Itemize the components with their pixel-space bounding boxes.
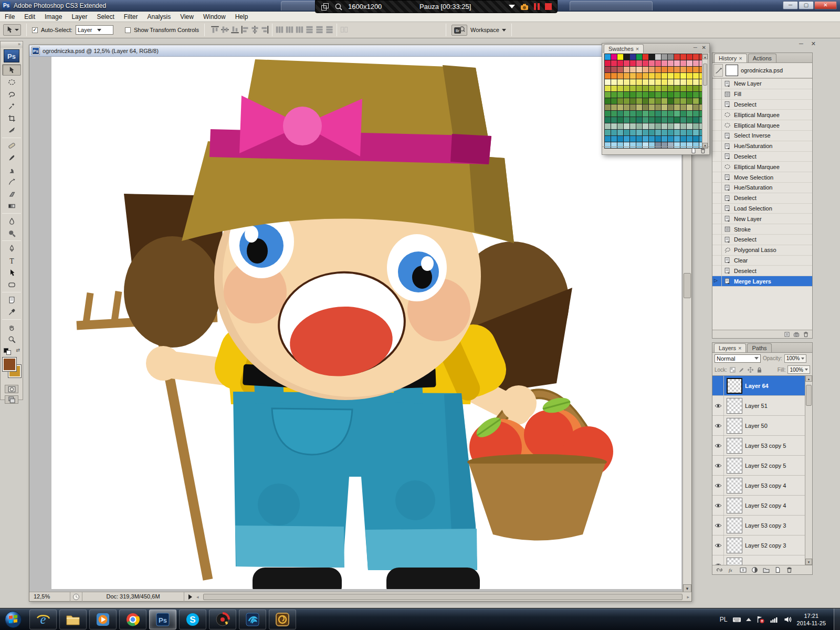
language-indicator[interactable]: PL	[720, 616, 728, 623]
history-source-checkbox[interactable]	[712, 89, 722, 99]
history-source-checkbox[interactable]	[712, 266, 722, 276]
taskbar-photoshop[interactable]: Ps	[149, 610, 176, 629]
swatch-5-2[interactable]	[617, 86, 624, 92]
swatch-1-11[interactable]	[674, 60, 680, 67]
swatch-13-8[interactable]	[655, 136, 662, 142]
swatch-4-10[interactable]	[668, 79, 674, 86]
history-item-new-layer[interactable]: New Layer	[712, 214, 812, 224]
new-snapshot-icon[interactable]	[793, 331, 800, 338]
swatch-10-3[interactable]	[624, 117, 630, 123]
swatch-2-11[interactable]	[674, 67, 680, 73]
swatch-12-2[interactable]	[617, 130, 624, 136]
swatch-3-14[interactable]	[693, 73, 699, 79]
swatch-4-2[interactable]	[617, 79, 624, 86]
swatch-13-13[interactable]	[687, 136, 693, 142]
swatch-7-1[interactable]	[611, 98, 617, 104]
swatch-6-10[interactable]	[668, 92, 674, 98]
history-source-checkbox[interactable]	[712, 204, 722, 214]
tool-preset-picker[interactable]	[3, 24, 21, 36]
history-source-checkbox[interactable]	[712, 79, 722, 89]
swatch-12-0[interactable]	[605, 130, 611, 136]
swatch-12-7[interactable]	[649, 130, 655, 136]
swatch-5-10[interactable]	[668, 86, 674, 92]
swatch-3-4[interactable]	[630, 73, 636, 79]
swatch-0-4[interactable]	[630, 54, 636, 60]
swatch-2-0[interactable]	[605, 67, 611, 73]
layer-visibility-toggle[interactable]	[712, 516, 724, 535]
menu-select[interactable]: Select	[92, 12, 119, 22]
dist-hcenter-icon[interactable]	[314, 25, 324, 35]
layer-row-layer-53-copy-3[interactable]: Layer 53 copy 3	[712, 516, 805, 536]
delete-state-icon[interactable]	[803, 331, 809, 338]
swatch-4-6[interactable]	[643, 79, 649, 86]
brush-tool[interactable]	[2, 152, 21, 163]
swatch-0-11[interactable]	[674, 54, 680, 60]
horizontal-scrollbar[interactable]	[203, 594, 683, 600]
swatch-11-14[interactable]	[693, 123, 699, 130]
swatch-12-13[interactable]	[687, 130, 693, 136]
swatch-11-6[interactable]	[643, 123, 649, 130]
swatch-2-1[interactable]	[611, 67, 617, 73]
layer-mask-icon[interactable]	[740, 566, 747, 573]
swatches-panel-controls[interactable]: ─ ✕	[694, 45, 708, 50]
swatch-12-9[interactable]	[662, 130, 668, 136]
history-item-load-selection[interactable]: Load Selection	[712, 204, 812, 214]
swatch-0-7[interactable]	[649, 54, 655, 60]
swatch-6-1[interactable]	[611, 92, 617, 98]
history-source-checkbox[interactable]	[712, 183, 722, 193]
swatch-9-13[interactable]	[687, 111, 693, 117]
swatches-scroll-thumb[interactable]	[703, 64, 707, 86]
swatch-11-11[interactable]	[674, 123, 680, 130]
history-item-select-inverse[interactable]: Select Inverse	[712, 131, 812, 141]
swatch-7-4[interactable]	[630, 98, 636, 104]
align-vcenter-icon[interactable]	[220, 25, 230, 35]
swatch-13-4[interactable]	[630, 136, 636, 142]
layer-thumbnail[interactable]	[727, 518, 742, 533]
swatch-13-0[interactable]	[605, 136, 611, 142]
swatch-6-4[interactable]	[630, 92, 636, 98]
tab-actions[interactable]: Actions	[748, 54, 776, 62]
history-source-checkbox[interactable]	[712, 256, 722, 266]
blur-tool[interactable]	[2, 215, 21, 227]
history-item-hue-saturation[interactable]: Hue/Saturation	[712, 183, 812, 193]
swatch-10-7[interactable]	[649, 117, 655, 123]
toolbox-collapse-icon[interactable]: »	[1, 41, 23, 48]
opacity-field[interactable]: 100%	[784, 354, 807, 363]
menu-analysis[interactable]: Analysis	[142, 12, 175, 22]
swatch-12-8[interactable]	[655, 130, 662, 136]
swatch-1-2[interactable]	[617, 60, 624, 67]
swatch-2-9[interactable]	[662, 67, 668, 73]
taskbar-media-player[interactable]	[89, 610, 117, 629]
screen-mode-button[interactable]	[5, 395, 18, 404]
menu-image[interactable]: Image	[40, 12, 67, 22]
volume-icon[interactable]	[783, 615, 792, 624]
tab-paths[interactable]: Paths	[747, 343, 771, 352]
swatch-7-12[interactable]	[680, 98, 687, 104]
swatch-8-12[interactable]	[680, 104, 687, 111]
swatch-5-3[interactable]	[624, 86, 630, 92]
swatch-10-2[interactable]	[617, 117, 624, 123]
dist-top-icon[interactable]	[275, 25, 285, 35]
menu-file[interactable]: File	[0, 12, 19, 22]
history-item-deselect[interactable]: Deselect	[712, 266, 812, 276]
type-tool[interactable]: T	[2, 255, 21, 266]
swatch-5-12[interactable]	[680, 86, 687, 92]
swatch-0-10[interactable]	[668, 54, 674, 60]
clone-stamp-tool[interactable]	[2, 164, 21, 175]
swatch-6-12[interactable]	[680, 92, 687, 98]
history-item-deselect[interactable]: Deselect	[712, 152, 812, 162]
swatch-11-9[interactable]	[662, 123, 668, 130]
swatch-9-2[interactable]	[617, 111, 624, 117]
swatch-9-3[interactable]	[624, 111, 630, 117]
swatch-6-3[interactable]	[624, 92, 630, 98]
fill-field[interactable]: 100%	[788, 365, 810, 374]
notes-tool[interactable]	[2, 294, 21, 306]
swatch-3-10[interactable]	[668, 73, 674, 79]
history-brush-tool[interactable]	[2, 176, 21, 187]
swatch-8-3[interactable]	[624, 104, 630, 111]
swatch-0-14[interactable]	[693, 54, 699, 60]
swatch-13-7[interactable]	[649, 136, 655, 142]
history-item-polygonal-lasso[interactable]: Polygonal Lasso	[712, 245, 812, 256]
swatch-9-4[interactable]	[630, 111, 636, 117]
canvas[interactable]	[51, 57, 681, 589]
